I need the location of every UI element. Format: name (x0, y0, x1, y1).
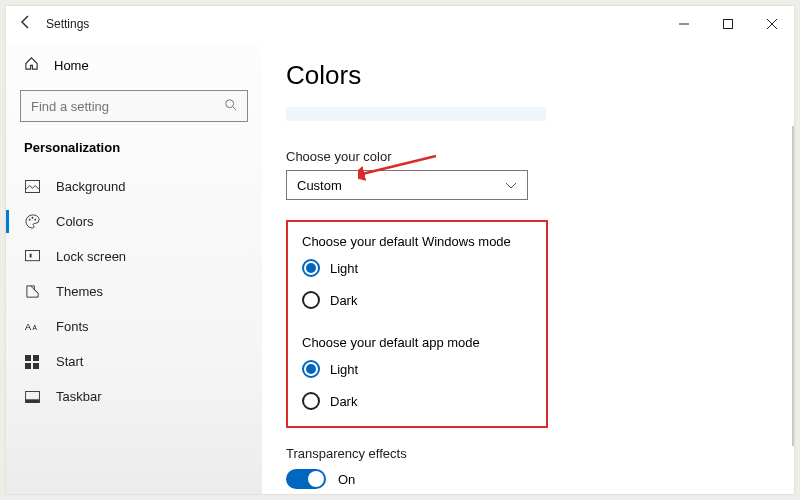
radio-label: Light (330, 362, 358, 377)
window-title: Settings (46, 17, 89, 31)
radio-label: Dark (330, 394, 357, 409)
content-area: Colors Choose your color Custom Choose y… (262, 42, 794, 494)
svg-point-8 (31, 217, 33, 219)
window-controls (662, 9, 794, 39)
sidebar-item-fonts[interactable]: AA Fonts (6, 309, 262, 344)
svg-text:A: A (32, 324, 37, 331)
svg-rect-1 (724, 20, 733, 29)
svg-point-9 (34, 219, 36, 221)
transparency-group: Transparency effects On (286, 446, 770, 489)
radio-label: Dark (330, 293, 357, 308)
titlebar: Settings (6, 6, 794, 42)
nav-list: Background Colors Lock screen Themes AA … (6, 169, 262, 414)
dropdown-value: Custom (297, 178, 342, 193)
arrow-left-icon (19, 15, 33, 29)
themes-icon (24, 284, 40, 299)
chevron-down-icon (505, 178, 517, 193)
close-icon (767, 19, 777, 29)
svg-text:A: A (25, 322, 32, 332)
svg-rect-19 (25, 399, 39, 402)
maximize-button[interactable] (706, 9, 750, 39)
svg-rect-16 (25, 363, 31, 369)
svg-rect-6 (25, 180, 39, 192)
svg-rect-14 (25, 355, 31, 361)
radio-label: Light (330, 261, 358, 276)
maximize-icon (723, 19, 733, 29)
radio-icon (302, 291, 320, 309)
settings-window: Settings Home Personalization (6, 6, 794, 494)
sidebar-item-background[interactable]: Background (6, 169, 262, 204)
svg-rect-11 (29, 254, 31, 258)
transparency-label: Transparency effects (286, 446, 770, 461)
close-button[interactable] (750, 9, 794, 39)
preview-strip (286, 107, 546, 121)
sidebar-item-label: Taskbar (56, 389, 102, 404)
transparency-state: On (338, 472, 355, 487)
start-icon (24, 355, 40, 369)
windows-mode-dark-radio[interactable]: Dark (302, 291, 532, 309)
search-container (20, 90, 248, 122)
home-label: Home (54, 58, 89, 73)
transparency-toggle[interactable] (286, 469, 326, 489)
home-link[interactable]: Home (6, 50, 262, 80)
picture-icon (24, 180, 40, 193)
radio-icon (302, 259, 320, 277)
radio-icon (302, 392, 320, 410)
sidebar-item-start[interactable]: Start (6, 344, 262, 379)
taskbar-icon (24, 391, 40, 403)
svg-rect-10 (25, 250, 39, 260)
sidebar-item-label: Themes (56, 284, 103, 299)
sidebar-item-label: Start (56, 354, 83, 369)
scrollbar[interactable] (792, 126, 794, 446)
sidebar-item-themes[interactable]: Themes (6, 274, 262, 309)
highlighted-region: Choose your default Windows mode Light D… (286, 220, 548, 428)
fonts-icon: AA (24, 320, 40, 333)
category-heading: Personalization (6, 136, 262, 169)
window-body: Home Personalization Background Colors (6, 42, 794, 494)
minimize-icon (679, 19, 689, 29)
sidebar-item-label: Fonts (56, 319, 89, 334)
home-icon (24, 56, 40, 74)
back-button[interactable] (6, 15, 46, 33)
windows-mode-light-radio[interactable]: Light (302, 259, 532, 277)
sidebar-item-label: Background (56, 179, 125, 194)
sidebar-item-colors[interactable]: Colors (6, 204, 262, 239)
svg-point-7 (28, 219, 30, 221)
page-title: Colors (286, 60, 770, 91)
app-mode-dark-radio[interactable]: Dark (302, 392, 532, 410)
lock-screen-icon (24, 250, 40, 263)
radio-icon (302, 360, 320, 378)
palette-icon (24, 214, 40, 229)
app-mode-label: Choose your default app mode (302, 335, 532, 350)
sidebar-item-label: Colors (56, 214, 94, 229)
app-mode-light-radio[interactable]: Light (302, 360, 532, 378)
minimize-button[interactable] (662, 9, 706, 39)
sidebar-item-taskbar[interactable]: Taskbar (6, 379, 262, 414)
sidebar-item-label: Lock screen (56, 249, 126, 264)
svg-rect-15 (33, 355, 39, 361)
search-input[interactable] (20, 90, 248, 122)
windows-mode-label: Choose your default Windows mode (302, 234, 532, 249)
color-mode-dropdown[interactable]: Custom (286, 170, 528, 200)
sidebar-item-lockscreen[interactable]: Lock screen (6, 239, 262, 274)
svg-rect-17 (33, 363, 39, 369)
sidebar: Home Personalization Background Colors (6, 42, 262, 494)
choose-color-label: Choose your color (286, 149, 770, 164)
